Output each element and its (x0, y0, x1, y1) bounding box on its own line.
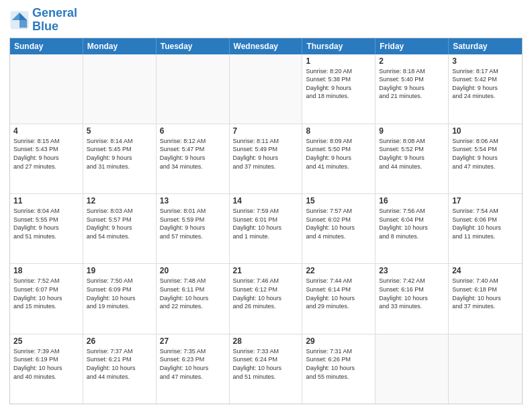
day-number: 25 (13, 336, 79, 346)
header-day-friday: Friday (375, 38, 449, 54)
day-number: 15 (306, 196, 371, 205)
calendar-row-2: 4Sunrise: 8:15 AM Sunset: 5:43 PM Daylig… (10, 124, 522, 193)
calendar-cell: 17Sunrise: 7:54 AM Sunset: 6:06 PM Dayli… (449, 194, 522, 263)
calendar-cell: 29Sunrise: 7:31 AM Sunset: 6:26 PM Dayli… (302, 334, 375, 404)
day-number: 27 (160, 336, 226, 346)
day-info: Sunrise: 8:11 AM Sunset: 5:49 PM Dayligh… (233, 137, 299, 171)
day-number: 3 (452, 56, 519, 66)
calendar-cell: 14Sunrise: 7:59 AM Sunset: 6:01 PM Dayli… (230, 194, 303, 263)
day-info: Sunrise: 7:57 AM Sunset: 6:02 PM Dayligh… (306, 207, 371, 240)
day-number: 10 (452, 126, 519, 136)
header-day-thursday: Thursday (302, 38, 375, 54)
day-info: Sunrise: 7:39 AM Sunset: 6:19 PM Dayligh… (13, 347, 79, 381)
svg-marker-2 (19, 20, 27, 28)
calendar-cell (375, 334, 449, 404)
day-info: Sunrise: 8:09 AM Sunset: 5:50 PM Dayligh… (306, 137, 371, 171)
day-info: Sunrise: 8:20 AM Sunset: 5:38 PM Dayligh… (306, 67, 371, 101)
calendar-cell (230, 54, 303, 124)
day-info: Sunrise: 8:03 AM Sunset: 5:57 PM Dayligh… (87, 207, 152, 240)
day-info: Sunrise: 7:35 AM Sunset: 6:23 PM Dayligh… (160, 347, 226, 381)
day-info: Sunrise: 7:42 AM Sunset: 6:16 PM Dayligh… (379, 277, 445, 310)
calendar-cell: 18Sunrise: 7:52 AM Sunset: 6:07 PM Dayli… (10, 264, 83, 333)
day-info: Sunrise: 7:31 AM Sunset: 6:26 PM Dayligh… (306, 347, 371, 381)
calendar-cell: 9Sunrise: 8:08 AM Sunset: 5:52 PM Daylig… (375, 124, 449, 193)
calendar: SundayMondayTuesdayWednesdayThursdayFrid… (9, 38, 523, 404)
day-info: Sunrise: 7:37 AM Sunset: 6:21 PM Dayligh… (87, 347, 152, 381)
logo: General Blue (9, 7, 77, 34)
calendar-cell: 15Sunrise: 7:57 AM Sunset: 6:02 PM Dayli… (302, 194, 375, 263)
calendar-cell: 23Sunrise: 7:42 AM Sunset: 6:16 PM Dayli… (375, 264, 449, 333)
day-info: Sunrise: 8:14 AM Sunset: 5:45 PM Dayligh… (87, 137, 152, 171)
day-number: 8 (306, 126, 371, 136)
day-number: 29 (306, 336, 371, 346)
day-number: 11 (13, 196, 79, 205)
calendar-cell: 19Sunrise: 7:50 AM Sunset: 6:09 PM Dayli… (83, 264, 157, 333)
calendar-cell: 6Sunrise: 8:12 AM Sunset: 5:47 PM Daylig… (157, 124, 230, 193)
day-number: 7 (233, 126, 299, 136)
day-number: 16 (379, 196, 445, 205)
day-info: Sunrise: 8:08 AM Sunset: 5:52 PM Dayligh… (379, 137, 445, 171)
day-number: 19 (87, 266, 152, 275)
day-number: 28 (233, 336, 299, 346)
calendar-cell: 22Sunrise: 7:44 AM Sunset: 6:14 PM Dayli… (302, 264, 375, 333)
calendar-cell (157, 54, 230, 124)
day-info: Sunrise: 7:44 AM Sunset: 6:14 PM Dayligh… (306, 277, 371, 310)
calendar-cell: 5Sunrise: 8:14 AM Sunset: 5:45 PM Daylig… (83, 124, 157, 193)
day-number: 6 (160, 126, 226, 136)
calendar-cell: 27Sunrise: 7:35 AM Sunset: 6:23 PM Dayli… (157, 334, 230, 404)
day-info: Sunrise: 7:46 AM Sunset: 6:12 PM Dayligh… (233, 277, 299, 310)
day-info: Sunrise: 7:52 AM Sunset: 6:07 PM Dayligh… (13, 277, 79, 310)
day-info: Sunrise: 8:17 AM Sunset: 5:42 PM Dayligh… (452, 67, 519, 101)
page: General Blue SundayMondayTuesdayWednesda… (0, 0, 532, 411)
day-info: Sunrise: 7:40 AM Sunset: 6:18 PM Dayligh… (452, 277, 519, 310)
calendar-cell: 12Sunrise: 8:03 AM Sunset: 5:57 PM Dayli… (83, 194, 157, 263)
day-info: Sunrise: 8:15 AM Sunset: 5:43 PM Dayligh… (13, 137, 79, 171)
calendar-cell: 13Sunrise: 8:01 AM Sunset: 5:59 PM Dayli… (157, 194, 230, 263)
header-day-wednesday: Wednesday (230, 38, 303, 54)
day-number: 12 (87, 196, 152, 205)
calendar-row-4: 18Sunrise: 7:52 AM Sunset: 6:07 PM Dayli… (10, 263, 522, 333)
logo-text: General Blue (32, 7, 77, 34)
day-number: 4 (13, 126, 79, 136)
calendar-cell: 10Sunrise: 8:06 AM Sunset: 5:54 PM Dayli… (449, 124, 522, 193)
day-number: 22 (306, 266, 371, 275)
header-day-sunday: Sunday (10, 38, 83, 54)
day-info: Sunrise: 7:50 AM Sunset: 6:09 PM Dayligh… (87, 277, 152, 310)
day-number: 26 (87, 336, 152, 346)
calendar-cell (449, 334, 522, 404)
day-info: Sunrise: 8:04 AM Sunset: 5:55 PM Dayligh… (13, 207, 79, 240)
calendar-cell: 28Sunrise: 7:33 AM Sunset: 6:24 PM Dayli… (230, 334, 303, 404)
header-day-monday: Monday (83, 38, 157, 54)
day-number: 23 (379, 266, 445, 275)
calendar-body: 1Sunrise: 8:20 AM Sunset: 5:38 PM Daylig… (10, 54, 522, 404)
day-number: 13 (160, 196, 226, 205)
day-number: 24 (452, 266, 519, 275)
calendar-cell: 20Sunrise: 7:48 AM Sunset: 6:11 PM Dayli… (157, 264, 230, 333)
calendar-cell: 25Sunrise: 7:39 AM Sunset: 6:19 PM Dayli… (10, 334, 83, 404)
day-number: 17 (452, 196, 519, 205)
calendar-cell (83, 54, 157, 124)
day-info: Sunrise: 7:33 AM Sunset: 6:24 PM Dayligh… (233, 347, 299, 381)
day-number: 14 (233, 196, 299, 205)
day-number: 9 (379, 126, 445, 136)
day-number: 5 (87, 126, 152, 136)
day-number: 18 (13, 266, 79, 275)
calendar-cell: 7Sunrise: 8:11 AM Sunset: 5:49 PM Daylig… (230, 124, 303, 193)
day-info: Sunrise: 8:12 AM Sunset: 5:47 PM Dayligh… (160, 137, 226, 171)
header-day-tuesday: Tuesday (157, 38, 230, 54)
day-info: Sunrise: 8:06 AM Sunset: 5:54 PM Dayligh… (452, 137, 519, 171)
calendar-cell: 8Sunrise: 8:09 AM Sunset: 5:50 PM Daylig… (302, 124, 375, 193)
day-number: 21 (233, 266, 299, 275)
day-info: Sunrise: 7:48 AM Sunset: 6:11 PM Dayligh… (160, 277, 226, 310)
calendar-row-3: 11Sunrise: 8:04 AM Sunset: 5:55 PM Dayli… (10, 193, 522, 263)
day-number: 2 (379, 56, 445, 66)
calendar-row-5: 25Sunrise: 7:39 AM Sunset: 6:19 PM Dayli… (10, 334, 522, 404)
logo-icon (9, 10, 30, 30)
calendar-cell: 4Sunrise: 8:15 AM Sunset: 5:43 PM Daylig… (10, 124, 83, 193)
calendar-cell (10, 54, 83, 124)
day-info: Sunrise: 7:54 AM Sunset: 6:06 PM Dayligh… (452, 207, 519, 240)
header-day-saturday: Saturday (449, 38, 522, 54)
day-info: Sunrise: 8:01 AM Sunset: 5:59 PM Dayligh… (160, 207, 226, 240)
day-info: Sunrise: 7:59 AM Sunset: 6:01 PM Dayligh… (233, 207, 299, 240)
calendar-cell: 21Sunrise: 7:46 AM Sunset: 6:12 PM Dayli… (230, 264, 303, 333)
